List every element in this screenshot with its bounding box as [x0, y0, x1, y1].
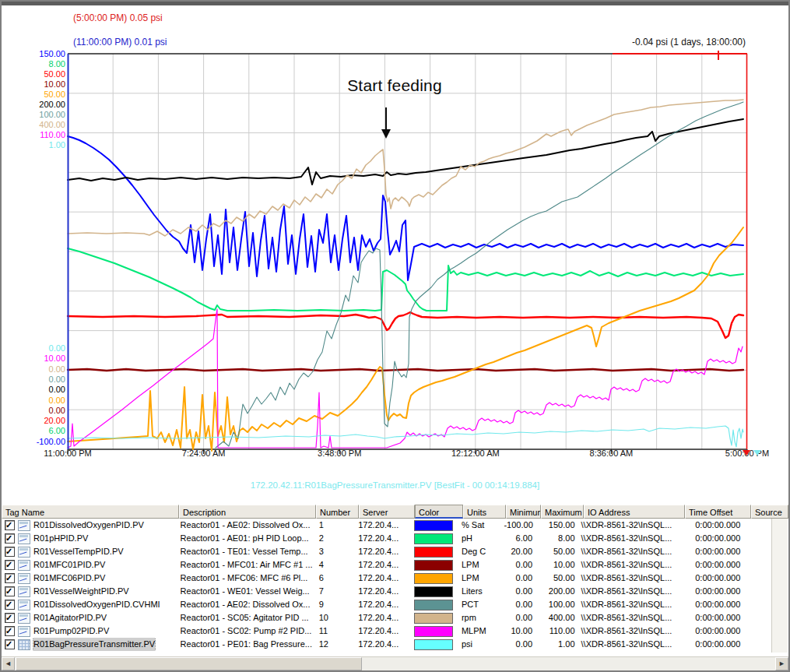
color-swatch[interactable]	[414, 626, 453, 637]
color-cell	[411, 600, 458, 610]
y-axis-max-label: 100.00	[3, 110, 65, 120]
units-cell: PCT	[458, 598, 500, 611]
units-cell: LPM	[458, 558, 500, 572]
table-row[interactable]: R01VesselTempPID.PVReactor01 - TE01: Ves…	[2, 545, 771, 558]
y-axis-max-label: 50.00	[3, 69, 65, 79]
table-row[interactable]: R01BagPressureTransmitter.PVReactor01 - …	[2, 638, 771, 651]
tag-name-label: R01BagPressureTransmitter.PV	[33, 638, 155, 651]
color-swatch[interactable]	[414, 520, 453, 531]
table-row[interactable]: R01DissolvedOxygenPID.PVReactor01 - AE02…	[2, 519, 771, 532]
color-swatch[interactable]	[414, 639, 453, 650]
status-line: 172.20.42.11:R01BagPressureTransmitter.P…	[2, 480, 788, 490]
vertical-scrollbar-track[interactable]	[771, 519, 788, 653]
io-address-cell: \\XDR-8561-32\InSQL...	[578, 611, 679, 625]
color-cell	[411, 520, 458, 531]
row-checkbox[interactable]	[5, 586, 15, 596]
column-header-time-offset[interactable]: Time Offset	[685, 505, 751, 519]
number-cell: 1	[313, 519, 356, 532]
tag-name-label: R01Pump02PID.PV	[33, 625, 109, 638]
column-header-number[interactable]: Number	[316, 505, 359, 519]
table-header-row: Tag NameDescriptionNumberServerColorUnit…	[2, 505, 788, 519]
table-row[interactable]: R01Pump02PID.PVReactor01 - SC02: Pump #2…	[2, 625, 771, 638]
color-cell	[411, 626, 458, 637]
column-header-io-address[interactable]: IO Address	[584, 505, 685, 519]
maximum-cell: 1.00	[535, 638, 578, 651]
time-offset-cell: 0:00:00.000	[678, 519, 743, 532]
row-checkbox[interactable]	[5, 560, 15, 570]
tag-name-label: R01VesselTempPID.PV	[33, 545, 124, 558]
color-swatch[interactable]	[414, 600, 453, 610]
column-header-minimum[interactable]: Minimum	[506, 505, 541, 519]
server-cell: 172.20.4...	[355, 558, 410, 572]
time-offset-cell: 0:00:00.000	[678, 532, 743, 545]
scroll-left-arrow-icon[interactable]: ◄	[2, 657, 15, 670]
table-row[interactable]: R01pHPID.PVReactor01 - AE01: pH PID Loop…	[2, 532, 771, 545]
column-header-description[interactable]: Description	[179, 505, 316, 519]
time-offset-cell: 0:00:00.000	[678, 545, 743, 558]
time-offset-cell: 0:00:00.000	[678, 611, 743, 625]
table-row[interactable]: R01VesselWeightPID.PVReactor01 - WE01: V…	[2, 585, 771, 598]
table-row[interactable]: R01MFC06PID.PVReactor01 - MFC06: MFC #6 …	[2, 572, 771, 585]
row-checkbox[interactable]	[5, 547, 15, 557]
y-axis-min-label: 6.00	[3, 426, 65, 436]
number-cell: 12	[313, 638, 356, 651]
column-header-color[interactable]: Color	[415, 505, 463, 519]
table-row[interactable]: R01DissolvedOxygenPID.CVHMIReactor01 - A…	[2, 598, 771, 611]
y-axis-max-label: 400.00	[3, 120, 65, 130]
color-swatch[interactable]	[414, 586, 453, 597]
trend-tag-icon	[18, 626, 30, 637]
row-checkbox[interactable]	[5, 520, 15, 530]
time-offset-cell: 0:00:00.000	[678, 625, 743, 638]
scrollbar-thumb[interactable]	[16, 657, 362, 670]
io-address-cell: \\XDR-8561-32\InSQL...	[578, 598, 679, 611]
series-R01MFC06PID.PV	[68, 227, 743, 451]
x-axis-tick-label: 7:24:00 AM	[165, 449, 243, 458]
tag-name-label: R01MFC01PID.PV	[33, 558, 105, 572]
description-cell: Reactor01 - AE02: Dissolved Ox...	[177, 598, 313, 611]
table-row[interactable]: R01AgitatorPID.PVReactor01 - SC05: Agita…	[2, 611, 771, 625]
scroll-right-arrow-icon[interactable]: ►	[775, 657, 788, 670]
y-axis-min-label: 0.00	[3, 396, 65, 406]
series-R01DissolvedOxygenPID.CVHMI	[216, 102, 743, 448]
maximum-cell: 100.00	[535, 598, 578, 611]
row-checkbox[interactable]	[5, 533, 15, 544]
column-header-maximum[interactable]: Maximum	[541, 505, 584, 519]
column-header-tag-name[interactable]: Tag Name	[2, 505, 179, 519]
column-header-units[interactable]: Units	[463, 505, 506, 519]
horizontal-scrollbar[interactable]: ◄ ►	[2, 656, 788, 670]
io-address-cell: \\XDR-8561-32\InSQL...	[578, 519, 679, 532]
y-axis-min-label: 20.00	[3, 416, 65, 426]
tag-name-cell: R01VesselTempPID.PV	[2, 545, 177, 558]
row-checkbox[interactable]	[5, 626, 15, 636]
maximum-cell: 8.00	[535, 532, 578, 545]
trend-tag-icon	[18, 520, 30, 531]
row-checkbox[interactable]	[5, 613, 15, 623]
maximum-cell: 50.00	[535, 545, 578, 558]
column-header-server[interactable]: Server	[359, 505, 415, 519]
color-swatch[interactable]	[414, 613, 453, 624]
minimum-cell: 0.00	[500, 572, 535, 585]
units-cell: Liters	[458, 585, 500, 598]
color-swatch[interactable]	[414, 573, 453, 584]
table-row[interactable]: R01MFC01PID.PVReactor01 - MFC01: Air MFC…	[2, 558, 771, 572]
units-cell: pH	[458, 532, 500, 545]
color-swatch[interactable]	[414, 547, 453, 558]
color-cell	[411, 560, 458, 571]
color-cell	[411, 547, 458, 558]
x-axis-tick-label: 12:12:00 AM	[437, 449, 514, 458]
right-cursor-handle-icon[interactable]	[743, 450, 750, 456]
selected-tag-cursor-icon[interactable]	[753, 450, 761, 456]
row-checkbox[interactable]	[5, 573, 15, 583]
y-axis-max-label: 50.00	[3, 90, 65, 100]
color-swatch[interactable]	[414, 533, 453, 544]
column-header-source[interactable]: Source	[751, 505, 788, 519]
row-checkbox[interactable]	[5, 600, 15, 610]
color-cell	[411, 533, 458, 544]
color-swatch[interactable]	[414, 560, 453, 571]
row-checkbox[interactable]	[5, 639, 15, 649]
tag-name-cell: R01Pump02PID.PV	[2, 625, 177, 638]
color-cell	[411, 639, 458, 650]
server-cell: 172.20.4...	[355, 532, 410, 545]
tag-name-label: R01DissolvedOxygenPID.CVHMI	[33, 598, 160, 611]
minimum-cell: 0.00	[500, 585, 535, 598]
